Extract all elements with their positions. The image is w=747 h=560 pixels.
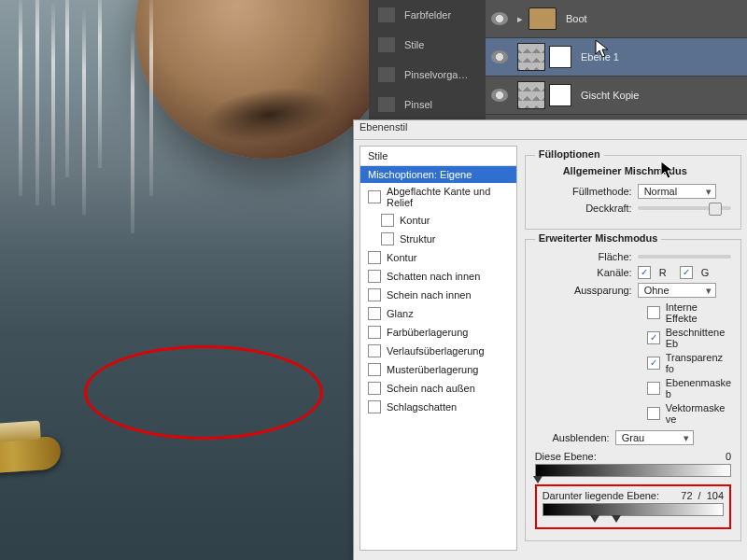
- water-spray: [82, 9, 86, 215]
- layer-mask-thumbnail: [549, 46, 571, 68]
- styles-item-outer-glow[interactable]: Schein nach außen: [360, 379, 516, 398]
- visibility-icon[interactable]: [491, 89, 508, 102]
- styles-item-inner-glow[interactable]: Schein nach innen: [360, 286, 516, 304]
- blendif-label: Ausblenden:: [535, 432, 610, 443]
- dialog-title: Ebenenstil: [354, 120, 747, 140]
- document-canvas[interactable]: [0, 0, 369, 560]
- group-title: Fülloptionen: [535, 148, 604, 160]
- knockout-select[interactable]: Ohne: [638, 283, 716, 298]
- underlying-value-2: 104: [707, 490, 724, 501]
- slider-split-pointer-b[interactable]: [612, 515, 621, 523]
- slider-split-pointer-a[interactable]: [590, 515, 599, 523]
- styles-icon: [378, 37, 395, 52]
- swatches-icon: [378, 7, 395, 22]
- knockout-label: Aussparung:: [535, 285, 632, 296]
- water-spray: [131, 28, 134, 233]
- layer-style-dialog: Ebenenstil Stile Mischoptionen: Eigene A…: [353, 119, 747, 560]
- channel-r-checkbox[interactable]: [638, 266, 651, 279]
- layer-row-ebene1[interactable]: Ebene 1: [486, 38, 747, 77]
- brush-presets-icon: [378, 67, 395, 82]
- water-spray: [149, 0, 153, 196]
- cb-internal-effects[interactable]: [647, 306, 660, 319]
- water-spray: [98, 0, 102, 168]
- layer-thumbnail: [517, 43, 545, 71]
- layer-thumbnail: [517, 81, 545, 109]
- opacity-slider[interactable]: [638, 206, 731, 210]
- styles-item-kontur-sub[interactable]: Kontur: [360, 211, 516, 230]
- layer-row-boot[interactable]: ▸ Boot: [486, 0, 747, 38]
- panel-pinsel[interactable]: Pinsel: [369, 90, 490, 119]
- opacity-label: Deckkraft:: [535, 203, 632, 214]
- water-spray: [51, 0, 55, 205]
- styles-item-struktur[interactable]: Struktur: [360, 230, 516, 248]
- this-layer-value: 0: [726, 451, 731, 462]
- styles-list-header[interactable]: Stile: [360, 147, 516, 166]
- fill-opacity-slider[interactable]: [638, 255, 731, 259]
- slider-black-pointer[interactable]: [533, 476, 543, 483]
- styles-item-blending-options[interactable]: Mischoptionen: Eigene: [360, 166, 516, 183]
- layer-name: Boot: [566, 13, 587, 24]
- underlying-value-1: 72: [681, 490, 692, 501]
- styles-item-satin[interactable]: Glanz: [360, 304, 516, 323]
- channels-label: Kanäle:: [535, 267, 632, 278]
- cb-layer-mask[interactable]: [647, 382, 660, 395]
- this-layer-gradient[interactable]: [535, 464, 731, 477]
- panel-stile[interactable]: Stile: [369, 30, 490, 60]
- panel-farbfelder[interactable]: Farbfelder: [369, 0, 490, 30]
- advanced-blending-group: Erweiterter Mischmodus Fläche: Kanäle: R…: [525, 239, 741, 541]
- water-spray: [19, 0, 22, 196]
- folder-icon: [529, 7, 557, 30]
- boat-image: [0, 436, 62, 474]
- annotation-ellipse: [84, 345, 323, 440]
- panel-pinselvorgaben[interactable]: Pinselvorga…: [369, 60, 490, 90]
- face-image: [119, 0, 369, 175]
- cb-clipped-layers[interactable]: [647, 331, 660, 344]
- channel-g-checkbox[interactable]: [680, 266, 693, 279]
- water-spray: [65, 0, 69, 177]
- annotation-highlight-box: Darunter liegende Ebene: 72 / 104: [535, 484, 731, 529]
- styles-item-color-overlay[interactable]: Farbüberlagerung: [360, 323, 516, 342]
- blending-options-pane: Fülloptionen Allgemeiner Mischmodus Füll…: [525, 146, 741, 551]
- styles-item-kontur[interactable]: Kontur: [360, 248, 516, 267]
- expand-icon[interactable]: ▸: [517, 13, 523, 25]
- layer-name: Ebene 1: [581, 51, 619, 63]
- collapsed-panel-dock: Farbfelder Stile Pinselvorga… Pinsel: [369, 0, 490, 121]
- blend-mode-select[interactable]: Normal: [638, 184, 716, 199]
- cursor-icon: [660, 161, 675, 181]
- styles-item-gradient-overlay[interactable]: Verlaufsüberlagerung: [360, 342, 516, 360]
- visibility-icon[interactable]: [491, 12, 508, 25]
- underlying-layer-label: Darunter liegende Ebene:: [543, 490, 676, 501]
- brush-icon: [378, 97, 395, 112]
- water-spray: [35, 0, 39, 205]
- blendif-select[interactable]: Grau: [615, 430, 694, 445]
- layer-name: Gischt Kopie: [581, 90, 639, 101]
- layer-row-gischt-kopie[interactable]: Gischt Kopie: [486, 77, 747, 115]
- group-title: Erweiterter Mischmodus: [535, 232, 662, 244]
- this-layer-label: Diese Ebene:: [535, 451, 720, 462]
- styles-item-pattern-overlay[interactable]: Musterüberlagerung: [360, 360, 516, 379]
- blend-mode-label: Füllmethode:: [535, 186, 632, 197]
- fill-options-group: Fülloptionen Allgemeiner Mischmodus Füll…: [525, 155, 741, 230]
- styles-item-bevel[interactable]: Abgeflachte Kante und Relief: [360, 183, 516, 211]
- layer-mask-thumbnail: [549, 84, 571, 106]
- styles-item-inner-shadow[interactable]: Schatten nach innen: [360, 267, 516, 286]
- cb-vector-mask[interactable]: [647, 407, 660, 420]
- subtitle-general-blending: Allgemeiner Mischmodus: [563, 165, 731, 176]
- fill-opacity-label: Fläche:: [535, 251, 632, 262]
- visibility-icon[interactable]: [491, 50, 508, 63]
- styles-list: Stile Mischoptionen: Eigene Abgeflachte …: [359, 146, 517, 551]
- styles-item-drop-shadow[interactable]: Schlagschatten: [360, 398, 516, 416]
- cb-transparency[interactable]: [647, 357, 660, 370]
- underlying-layer-gradient[interactable]: [543, 503, 724, 516]
